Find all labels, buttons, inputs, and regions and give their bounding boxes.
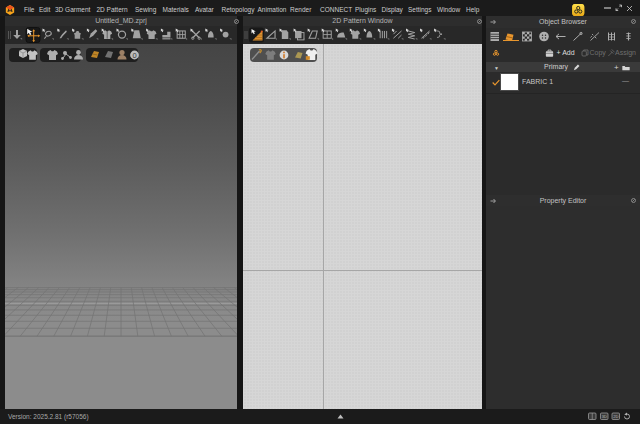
svg-text:2D: 2D xyxy=(613,414,618,419)
svg-text:3D: 3D xyxy=(602,414,607,419)
svg-text:0: 0 xyxy=(132,51,136,60)
